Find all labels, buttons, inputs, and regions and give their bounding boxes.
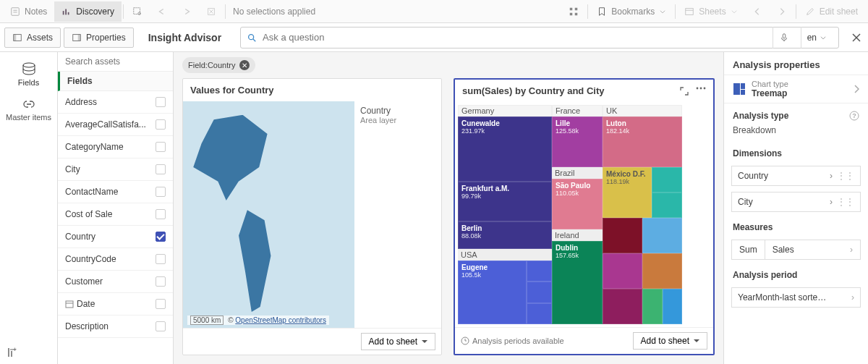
field-label: Country xyxy=(65,232,156,242)
cell-g7[interactable] xyxy=(663,289,683,324)
svg-rect-5 xyxy=(68,12,69,14)
help-icon[interactable]: ? xyxy=(849,111,859,121)
asset-fields-header[interactable]: Fields xyxy=(58,72,173,91)
edit-sheet-button[interactable]: Edit sheet xyxy=(798,1,865,22)
measure-sales[interactable]: Sum Sales › xyxy=(731,240,861,260)
field-checkbox[interactable] xyxy=(156,164,166,174)
cell-g5[interactable] xyxy=(603,289,642,324)
field-checkbox[interactable] xyxy=(156,142,166,152)
cell-usa-small1[interactable] xyxy=(527,261,552,282)
cell-eugene[interactable]: Eugene 105.5k xyxy=(458,261,527,324)
cell-dublin[interactable]: Dublin 157.65k xyxy=(552,241,603,324)
field-checkbox[interactable] xyxy=(156,254,166,264)
asset-field-row[interactable]: Country xyxy=(58,226,173,248)
asset-field-row[interactable]: CategoryName xyxy=(58,136,173,158)
field-checkbox[interactable] xyxy=(156,299,166,309)
mic-button[interactable] xyxy=(773,27,795,48)
svg-rect-18 xyxy=(14,34,17,41)
cell-berlin[interactable]: Berlin 88.08k xyxy=(458,221,552,249)
cell-lille[interactable]: Lille 125.58k xyxy=(552,117,603,167)
tm-header-uk: UK xyxy=(603,105,682,117)
clear-selections-button[interactable] xyxy=(199,1,224,22)
svg-rect-3 xyxy=(63,11,64,14)
svg-rect-14 xyxy=(575,12,578,15)
expand-button[interactable] xyxy=(680,87,689,96)
field-checkbox[interactable] xyxy=(156,187,166,197)
field-checkbox[interactable] xyxy=(156,97,166,107)
cell-saopaulo[interactable]: São Paulo 110.05k xyxy=(552,179,603,229)
cell-usa-small3[interactable] xyxy=(527,303,552,324)
cell-g2[interactable] xyxy=(642,218,682,253)
cell-misc1[interactable] xyxy=(652,167,682,192)
period-selector[interactable]: YearMonth-last sorte… › xyxy=(731,287,861,308)
drag-handle-icon[interactable]: ⋮⋮ xyxy=(837,197,854,207)
asset-field-row[interactable]: AverageCallSatisfa... xyxy=(58,114,173,136)
asset-field-row[interactable]: Address xyxy=(58,91,173,114)
asset-field-row[interactable]: Cost of Sale xyxy=(58,203,173,226)
smart-search-button[interactable] xyxy=(125,1,150,22)
treemap-visualization[interactable]: Germany France UK Cunewalde 231.97k Fran… xyxy=(458,105,710,324)
chip-remove-icon[interactable]: ✕ xyxy=(239,60,250,70)
field-chip[interactable]: Field:Country ✕ xyxy=(182,57,255,73)
dimension-country[interactable]: Country › ⋮⋮ xyxy=(731,166,861,186)
field-checkbox[interactable] xyxy=(156,321,166,331)
cell-mexico[interactable]: México D.F. 118.19k xyxy=(603,167,652,218)
cell-g1[interactable] xyxy=(603,218,642,253)
add-source-button[interactable]: + xyxy=(6,347,17,358)
svg-rect-13 xyxy=(570,12,573,15)
selections-tool-button[interactable] xyxy=(561,1,586,22)
discovery-tab[interactable]: Discovery xyxy=(54,1,122,22)
field-label: CountryCode xyxy=(65,254,156,264)
dimension-city[interactable]: City › ⋮⋮ xyxy=(731,192,861,212)
asset-field-row[interactable]: CountryCode xyxy=(58,248,173,271)
tree-add-to-sheet-button[interactable]: Add to sheet xyxy=(633,332,707,350)
asset-field-row[interactable]: Customer xyxy=(58,271,173,293)
field-label: City xyxy=(65,164,156,174)
rail-master-items[interactable]: Master items xyxy=(0,93,57,127)
asset-field-row[interactable]: ContactName xyxy=(58,181,173,203)
cell-usa-small2[interactable] xyxy=(527,282,552,302)
cell-cunewalde[interactable]: Cunewalde 231.97k xyxy=(458,117,552,182)
notes-tab[interactable]: Notes xyxy=(3,1,54,22)
treemap-card[interactable]: sum(Sales) by Country and City Germany F… xyxy=(454,78,715,355)
cell-luton[interactable]: Luton 182.14k xyxy=(603,117,682,167)
cell-g6[interactable] xyxy=(642,289,663,324)
language-button[interactable]: en xyxy=(801,27,833,48)
sheets-button[interactable]: Sheets xyxy=(677,1,744,22)
rail-fields-label: Fields xyxy=(18,78,39,87)
more-button[interactable] xyxy=(696,87,706,96)
add-column-icon: + xyxy=(6,347,17,358)
cell-misc2[interactable] xyxy=(652,192,682,218)
field-checkbox[interactable] xyxy=(156,119,166,130)
chart-type-row[interactable]: Chart type Treemap xyxy=(724,75,868,103)
cell-g3[interactable] xyxy=(603,253,642,289)
osm-link[interactable]: OpenStreetMap contributors xyxy=(235,316,326,324)
step-forward-button[interactable] xyxy=(174,1,199,22)
step-back-button[interactable] xyxy=(150,1,174,22)
prev-sheet-button[interactable] xyxy=(745,1,770,22)
map-add-to-sheet-button[interactable]: Add to sheet xyxy=(361,333,435,350)
drag-handle-icon[interactable]: ⋮⋮ xyxy=(837,171,854,181)
cell-frankfurt[interactable]: Frankfurt a.M. 99.79k xyxy=(458,182,552,221)
props-title: Analysis properties xyxy=(724,52,868,75)
map-visualization[interactable]: 5000 km © OpenStreetMap contributors xyxy=(183,101,354,328)
ask-question-input[interactable] xyxy=(263,32,767,43)
properties-toggle[interactable]: Properties xyxy=(64,27,134,48)
close-advisor-button[interactable] xyxy=(845,32,868,43)
bookmarks-button[interactable]: Bookmarks xyxy=(590,1,673,22)
asset-field-row[interactable]: Date xyxy=(58,293,173,316)
field-checkbox[interactable] xyxy=(156,276,166,287)
rail-fields[interactable]: Fields xyxy=(0,56,57,93)
field-checkbox[interactable] xyxy=(156,209,166,219)
map-legend: Country Area layer xyxy=(354,101,441,328)
asset-list[interactable]: AddressAverageCallSatisfa...CategoryName… xyxy=(58,91,173,364)
field-checkbox[interactable] xyxy=(156,232,166,242)
asset-search-input[interactable] xyxy=(65,56,166,67)
map-scale: 5000 km xyxy=(190,316,224,325)
assets-toggle[interactable]: Assets xyxy=(4,27,61,48)
next-sheet-button[interactable] xyxy=(770,1,794,22)
measure-agg[interactable]: Sum xyxy=(732,240,765,259)
asset-field-row[interactable]: Description xyxy=(58,316,173,338)
asset-field-row[interactable]: City xyxy=(58,158,173,181)
cell-g4[interactable] xyxy=(642,253,682,289)
